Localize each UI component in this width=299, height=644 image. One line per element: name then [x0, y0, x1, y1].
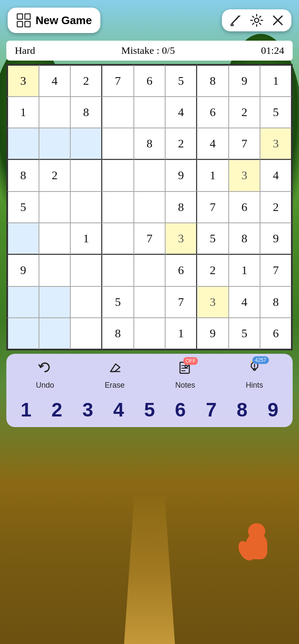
cell-8-4[interactable] [134, 318, 166, 350]
cell-1-0[interactable]: 1 [7, 97, 39, 128]
cell-7-6[interactable]: 3 [197, 286, 229, 318]
numpad-6[interactable]: 6 [172, 397, 189, 423]
numpad-5[interactable]: 5 [141, 397, 158, 423]
new-game-button[interactable]: New Game [8, 8, 100, 33]
cell-1-2[interactable]: 8 [70, 97, 102, 128]
cell-2-0[interactable] [7, 128, 39, 160]
close-button[interactable] [271, 14, 285, 27]
cell-0-4[interactable]: 6 [134, 65, 166, 97]
cell-2-3[interactable] [102, 128, 134, 160]
cell-5-1[interactable] [39, 223, 71, 255]
cell-8-6[interactable]: 9 [197, 318, 229, 350]
cell-0-6[interactable]: 8 [197, 65, 229, 97]
numpad-8[interactable]: 8 [233, 397, 251, 423]
cell-5-5[interactable]: 3 [165, 223, 197, 255]
cell-1-7[interactable]: 2 [229, 97, 260, 128]
cell-4-2[interactable] [70, 192, 102, 223]
cell-7-0[interactable] [7, 286, 39, 318]
cell-4-4[interactable] [134, 192, 166, 223]
cell-4-1[interactable] [39, 192, 71, 223]
cell-4-8[interactable]: 2 [260, 192, 292, 223]
cell-6-0[interactable]: 9 [7, 255, 39, 286]
cell-5-3[interactable] [102, 223, 134, 255]
cell-4-7[interactable]: 6 [229, 192, 260, 223]
cell-1-8[interactable]: 5 [260, 97, 292, 128]
cell-3-0[interactable]: 8 [7, 160, 39, 192]
cell-4-0[interactable]: 5 [7, 192, 39, 223]
cell-3-7[interactable]: 3 [229, 160, 260, 192]
cell-3-6[interactable]: 1 [197, 160, 229, 192]
cell-4-3[interactable] [102, 192, 134, 223]
cell-5-0[interactable] [7, 223, 39, 255]
cell-6-3[interactable] [102, 255, 134, 286]
cell-3-1[interactable]: 2 [39, 160, 71, 192]
cell-6-5[interactable]: 6 [165, 255, 197, 286]
notes-badge: OFF [183, 357, 198, 365]
cell-6-8[interactable]: 7 [260, 255, 292, 286]
cell-5-8[interactable]: 9 [260, 223, 292, 255]
cell-3-8[interactable]: 4 [260, 160, 292, 192]
numpad-9[interactable]: 9 [264, 397, 282, 423]
brush-button[interactable] [229, 14, 242, 27]
cell-8-7[interactable]: 5 [229, 318, 260, 350]
cell-1-4[interactable] [134, 97, 166, 128]
cell-7-1[interactable] [39, 286, 71, 318]
cell-2-5[interactable]: 2 [165, 128, 197, 160]
numpad-7[interactable]: 7 [202, 397, 220, 423]
cell-0-1[interactable]: 4 [39, 65, 71, 97]
cell-1-1[interactable] [39, 97, 71, 128]
cell-4-5[interactable]: 8 [165, 192, 197, 223]
notes-button[interactable]: OFF Notes [175, 360, 195, 390]
cell-6-2[interactable] [70, 255, 102, 286]
cell-6-6[interactable]: 2 [197, 255, 229, 286]
cell-1-6[interactable]: 6 [197, 97, 229, 128]
cell-0-7[interactable]: 9 [229, 65, 260, 97]
cell-0-2[interactable]: 2 [70, 65, 102, 97]
cell-8-1[interactable] [39, 318, 71, 350]
undo-button[interactable]: Undo [36, 360, 54, 390]
numpad-2[interactable]: 2 [48, 397, 66, 423]
cell-7-7[interactable]: 4 [229, 286, 260, 318]
cell-3-2[interactable] [70, 160, 102, 192]
cell-5-4[interactable]: 7 [134, 223, 166, 255]
cell-2-6[interactable]: 4 [197, 128, 229, 160]
hints-button[interactable]: 4257 Hints [246, 360, 263, 390]
cell-7-3[interactable]: 5 [102, 286, 134, 318]
cell-1-5[interactable]: 4 [165, 97, 197, 128]
cell-7-5[interactable]: 7 [165, 286, 197, 318]
hints-icon [247, 363, 262, 378]
cell-0-5[interactable]: 5 [165, 65, 197, 97]
cell-6-7[interactable]: 1 [229, 255, 260, 286]
cell-3-4[interactable] [134, 160, 166, 192]
cell-6-4[interactable] [134, 255, 166, 286]
cell-7-8[interactable]: 8 [260, 286, 292, 318]
cell-2-4[interactable]: 8 [134, 128, 166, 160]
cell-2-1[interactable] [39, 128, 71, 160]
numpad-4[interactable]: 4 [110, 397, 127, 423]
cell-2-8[interactable]: 3 [260, 128, 292, 160]
cell-3-3[interactable] [102, 160, 134, 192]
cell-5-6[interactable]: 5 [197, 223, 229, 255]
cell-5-2[interactable]: 1 [70, 223, 102, 255]
cell-0-3[interactable]: 7 [102, 65, 134, 97]
cell-0-0[interactable]: 3 [7, 65, 39, 97]
numpad-3[interactable]: 3 [79, 397, 97, 423]
cell-7-2[interactable] [70, 286, 102, 318]
cell-8-0[interactable] [7, 318, 39, 350]
cell-3-5[interactable]: 9 [165, 160, 197, 192]
cell-0-8[interactable]: 1 [260, 65, 292, 97]
cell-8-2[interactable] [70, 318, 102, 350]
cell-1-3[interactable] [102, 97, 134, 128]
numpad-1[interactable]: 1 [17, 397, 35, 423]
cell-6-1[interactable] [39, 255, 71, 286]
settings-button[interactable] [250, 14, 263, 27]
cell-4-6[interactable]: 7 [197, 192, 229, 223]
cell-8-3[interactable]: 8 [102, 318, 134, 350]
cell-7-4[interactable] [134, 286, 166, 318]
cell-8-8[interactable]: 6 [260, 318, 292, 350]
erase-button[interactable]: Erase [105, 360, 125, 390]
cell-5-7[interactable]: 8 [229, 223, 260, 255]
cell-2-2[interactable] [70, 128, 102, 160]
cell-8-5[interactable]: 1 [165, 318, 197, 350]
cell-2-7[interactable]: 7 [229, 128, 260, 160]
